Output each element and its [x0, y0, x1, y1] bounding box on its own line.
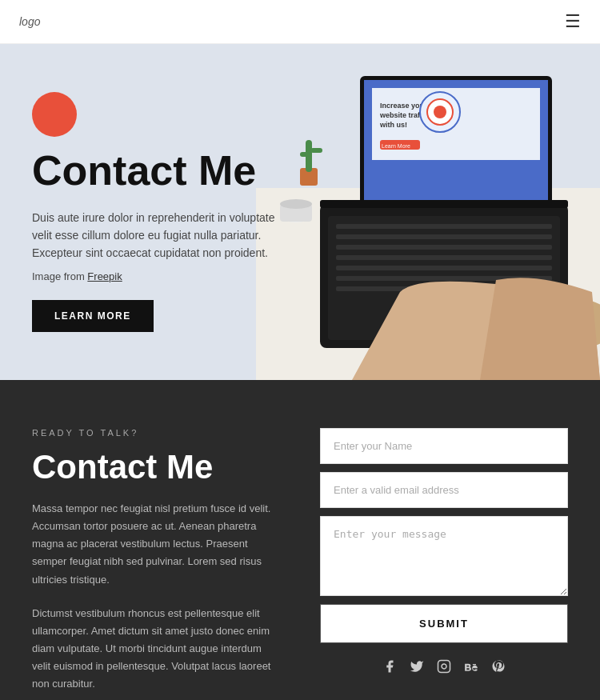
svg-text:Learn More: Learn More: [382, 143, 410, 149]
freepik-link[interactable]: Freepik: [87, 270, 122, 282]
twitter-icon[interactable]: [410, 659, 424, 678]
hero-image-credit: Image from Freepik: [32, 270, 280, 282]
svg-rect-23: [320, 200, 568, 208]
message-textarea[interactable]: [320, 516, 568, 596]
svg-rect-31: [438, 661, 450, 673]
hero-title: Contact Me: [32, 148, 280, 194]
hero-circle-decoration: [32, 92, 77, 137]
behance-icon[interactable]: [464, 659, 478, 678]
hero-section: Contact Me Duis aute irure dolor in repr…: [0, 44, 600, 380]
contact-title: Contact Me: [32, 449, 280, 486]
hamburger-menu-icon[interactable]: ☰: [565, 11, 581, 32]
contact-section: READY TO TALK? Contact Me Massa tempor n…: [0, 380, 600, 700]
svg-rect-5: [336, 224, 552, 229]
contact-desc-2: Dictumst vestibulum rhoncus est pellente…: [32, 605, 280, 693]
ready-label: READY TO TALK?: [32, 428, 280, 438]
email-input[interactable]: [320, 472, 568, 508]
pinterest-icon[interactable]: [491, 659, 506, 678]
logo: logo: [19, 15, 40, 28]
contact-left-panel: READY TO TALK? Contact Me Massa tempor n…: [32, 428, 280, 693]
hero-description: Duis aute irure dolor in reprehenderit i…: [32, 209, 280, 262]
contact-form: SUBMIT: [320, 428, 568, 678]
svg-rect-8: [336, 255, 552, 260]
svg-rect-9: [336, 266, 552, 270]
social-icons-row: [320, 659, 568, 678]
svg-rect-27: [310, 148, 322, 153]
contact-desc-1: Massa tempor nec feugiat nisl pretium fu…: [32, 500, 280, 588]
facebook-icon[interactable]: [382, 659, 397, 678]
name-input[interactable]: [320, 428, 568, 464]
instagram-icon[interactable]: [437, 659, 451, 678]
svg-text:with us!: with us!: [379, 121, 407, 129]
submit-button[interactable]: SUBMIT: [320, 604, 568, 643]
svg-rect-6: [336, 234, 552, 239]
navbar: logo ☰: [0, 0, 600, 44]
hero-content: Contact Me Duis aute irure dolor in repr…: [0, 52, 312, 371]
svg-point-20: [434, 106, 446, 118]
learn-more-button[interactable]: LEARN MORE: [32, 300, 154, 332]
svg-rect-7: [336, 245, 552, 250]
